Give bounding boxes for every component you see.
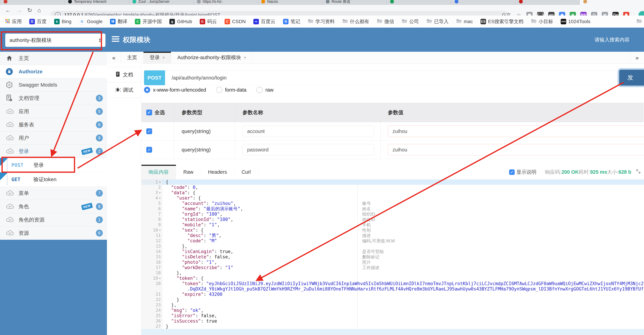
- bookmark-item[interactable]: C开源中国: [135, 18, 162, 25]
- bookmark-item[interactable]: gGitHub: [169, 19, 192, 24]
- response-tab[interactable]: Curl: [234, 165, 258, 180]
- close-tab-icon[interactable]: ×: [244, 55, 246, 60]
- page-tab[interactable]: Authorize-authority-权限模块×: [171, 52, 252, 64]
- show-desc-checkbox[interactable]: ✓: [509, 170, 515, 175]
- page-tab[interactable]: 登录×: [144, 52, 171, 64]
- sidebar-item[interactable]: API资源6: [0, 226, 107, 240]
- body-type-radio[interactable]: x-www-form-urlencoded: [144, 87, 206, 93]
- send-button[interactable]: 发: [619, 70, 644, 86]
- response-tab[interactable]: 响应内容: [142, 165, 176, 180]
- bookmark-item[interactable]: 学习资料: [308, 18, 335, 25]
- sidebar-item[interactable]: API服务表6: [0, 118, 107, 132]
- fold-toggle-icon[interactable]: ▾: [159, 276, 161, 281]
- bookmark-item[interactable]: 译翻译: [110, 18, 127, 25]
- expand-icon[interactable]: [636, 169, 641, 175]
- browser-tab[interactable]: [386, 0, 451, 5]
- param-value-input[interactable]: [388, 126, 644, 137]
- translate-icon: 译: [110, 19, 116, 24]
- sidebar-item[interactable]: 主页: [0, 52, 107, 65]
- body-type-radios: x-www-form-urlencodedform-dataraw: [144, 86, 274, 94]
- fold-toggle-icon[interactable]: ▾: [159, 196, 161, 201]
- code-gutter: 7: [142, 212, 162, 217]
- sidebar-item[interactable]: 文档管理3: [0, 92, 107, 105]
- browser-tab[interactable]: Zuul - JumpServer: [129, 0, 193, 5]
- sidebar-endpoint-post[interactable]: NEWPOST登录: [0, 158, 107, 172]
- sidebar-item[interactable]: API菜单7: [0, 187, 107, 200]
- code-text: "workDescribe": "1": [162, 265, 233, 270]
- endpoint-tree-guide: [7, 157, 8, 185]
- bookmark-item[interactable]: 微信: [377, 18, 394, 25]
- search-input[interactable]: 请输入搜索内容: [594, 28, 630, 52]
- response-tab[interactable]: Headers: [201, 165, 234, 180]
- field-annotation: 性别: [362, 228, 371, 233]
- forward-icon[interactable]: →: [16, 7, 22, 14]
- select-all-checkbox[interactable]: ✓: [146, 110, 152, 116]
- bookmark-item[interactable]: CCSDN: [224, 19, 246, 24]
- home-icon[interactable]: ⌂: [38, 7, 41, 14]
- bookmark-item[interactable]: bBing: [54, 19, 72, 24]
- bookmark-item[interactable]: GGoogle: [79, 19, 102, 24]
- browser-tab[interactable]: Temporary Interacti: [64, 0, 129, 5]
- page-tab[interactable]: 主页: [121, 52, 144, 64]
- bookmark-item[interactable]: ESES搜索引擎文档: [480, 18, 524, 25]
- tabs-scroll-right[interactable]: »: [630, 52, 644, 64]
- bookmark-item[interactable]: G码云: [200, 18, 217, 25]
- sidebar-item[interactable]: API用户9: [0, 132, 107, 145]
- sidebar-endpoint-get[interactable]: NEWGET验证token: [0, 172, 107, 187]
- param-name-input[interactable]: [242, 144, 374, 156]
- bookmark-item[interactable]: 其: [636, 18, 644, 25]
- sidebar-item[interactable]: Authorize: [0, 65, 107, 78]
- param-name-input[interactable]: [242, 126, 374, 137]
- sidebar-item[interactable]: API登录NEW2: [0, 145, 107, 158]
- response-tab[interactable]: Raw: [176, 165, 201, 180]
- bookmark-item[interactable]: ∞百度云: [253, 18, 276, 25]
- browser-tab[interactable]: [515, 0, 580, 5]
- body-type-radio[interactable]: raw: [256, 87, 274, 93]
- bookmark-item[interactable]: mac: [456, 19, 473, 24]
- fold-toggle-icon[interactable]: ▾: [159, 180, 161, 185]
- docs-icon: [6, 94, 14, 102]
- bookmark-item[interactable]: 小目标: [531, 18, 553, 25]
- fold-toggle-icon[interactable]: ▾: [159, 228, 161, 233]
- param-checkbox[interactable]: ✓: [146, 128, 152, 134]
- line-number: 10: [153, 228, 158, 233]
- tab-debug[interactable]: 调试: [107, 82, 141, 98]
- param-value-input[interactable]: [388, 144, 644, 156]
- module-select[interactable]: authority-权限模块 ▲▼: [5, 34, 106, 47]
- browser-tab[interactable]: [0, 0, 64, 5]
- tab-doc[interactable]: 文档: [107, 67, 141, 82]
- tabs-scroll-left[interactable]: «: [107, 52, 121, 64]
- code-line: 26 "isSuccess": true: [142, 318, 644, 324]
- line-number: 16: [156, 260, 161, 265]
- debug-icon: [115, 86, 121, 94]
- bookmark-item[interactable]: 公司: [402, 18, 419, 25]
- close-tab-icon[interactable]: ×: [162, 55, 165, 60]
- sidebar-item-label: 资源: [19, 230, 29, 237]
- bookmark-item[interactable]: 什么都有: [342, 18, 369, 25]
- bookmark-item[interactable]: N笔记: [283, 18, 300, 25]
- param-checkbox[interactable]: ✓: [146, 147, 152, 153]
- sidebar-item[interactable]: API应用5: [0, 105, 107, 118]
- body-type-radio[interactable]: form-data: [216, 87, 246, 93]
- browser-tab[interactable]: Nacos: [258, 0, 322, 5]
- sidebar-item[interactable]: Swagger Models: [0, 78, 107, 92]
- fold-toggle-icon[interactable]: ▾: [159, 190, 161, 196]
- sidebar-item[interactable]: API角色NEW8: [0, 200, 107, 213]
- bookmark-item[interactable]: 应用: [5, 18, 22, 25]
- browser-tab[interactable]: [580, 0, 644, 5]
- back-icon[interactable]: ←: [5, 7, 11, 14]
- code-text: "name": "最后的演示账号",: [162, 206, 243, 212]
- reload-icon[interactable]: ↻: [27, 7, 32, 14]
- request-url[interactable]: /api/authority/anno/login: [165, 75, 226, 81]
- browser-tab[interactable]: https://s-hz-: [193, 0, 258, 5]
- bookmark-item[interactable]: 10241024Tools: [561, 19, 590, 24]
- browser-tab[interactable]: Route 推送: [322, 0, 387, 5]
- doc-debug-tabs: 文档调试: [107, 64, 141, 335]
- browser-tab[interactable]: [451, 0, 516, 5]
- bookmark-item[interactable]: 百百度: [29, 18, 46, 25]
- response-meta-label: 响应码:: [545, 169, 562, 175]
- bookmark-item[interactable]: 已导入: [426, 18, 448, 25]
- menu-burger-icon[interactable]: [112, 36, 119, 43]
- sidebar-item[interactable]: API角色的资源1: [0, 213, 107, 226]
- new-tag: NEW: [81, 148, 93, 155]
